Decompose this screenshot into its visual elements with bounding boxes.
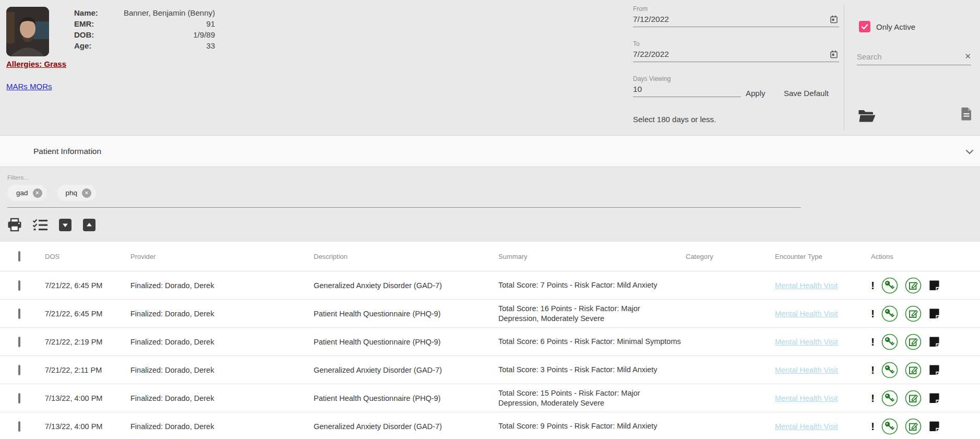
- edit-icon[interactable]: [905, 334, 922, 350]
- filter-chip-gad: gad ✕: [7, 185, 47, 201]
- name-label: Name:: [74, 8, 116, 17]
- chevron-down-icon[interactable]: [965, 147, 974, 157]
- alert-icon[interactable]: !: [871, 393, 875, 404]
- description-cell: Generalized Anxiety Disorder (GAD-7): [314, 281, 498, 290]
- remove-chip-icon[interactable]: ✕: [82, 188, 91, 198]
- summary-cell: Total Score: 7 Points - Risk Factor: Mil…: [498, 280, 686, 290]
- key-icon[interactable]: [881, 277, 898, 294]
- patient-photo: [6, 7, 49, 56]
- filter-chips: gad ✕ phq ✕: [7, 185, 96, 201]
- note-icon[interactable]: [928, 420, 940, 432]
- table-row: 7/13/22, 4:00 PM Finalized: Dorado, Dere…: [0, 384, 980, 412]
- vertical-divider: [844, 4, 844, 130]
- row-checkbox[interactable]: [18, 337, 20, 347]
- summary-cell: Total Score: 15 Points - Risk Factor: Ma…: [498, 388, 686, 408]
- allergies-link[interactable]: Allergies: Grass: [6, 60, 66, 68]
- provider-cell: Finalized: Dorado, Derek: [130, 394, 314, 402]
- dos-cell: 7/21/22, 6:45 PM: [45, 281, 130, 290]
- alert-icon[interactable]: !: [871, 280, 875, 291]
- checklist-icon[interactable]: [32, 218, 48, 232]
- row-checkbox[interactable]: [18, 280, 20, 291]
- edit-icon[interactable]: [905, 362, 922, 378]
- checkmark-icon: [861, 22, 869, 31]
- encounter-type-link[interactable]: Mental Health Visit: [775, 366, 838, 374]
- move-down-icon[interactable]: [58, 218, 72, 232]
- key-icon[interactable]: [881, 418, 898, 435]
- filters-panel: Filters... gad ✕ phq ✕: [0, 167, 980, 242]
- edit-icon[interactable]: [905, 390, 922, 407]
- note-icon[interactable]: [928, 279, 940, 291]
- row-checkbox[interactable]: [18, 421, 20, 432]
- header-dos: DOS: [45, 253, 130, 260]
- filters-label: Filters...: [7, 174, 29, 181]
- key-icon[interactable]: [881, 334, 898, 350]
- header-category: Category: [686, 253, 775, 260]
- mars-mors-link[interactable]: MARs MORs: [6, 82, 52, 91]
- summary-cell: Total Score: 6 Points - Risk Factor: Min…: [498, 337, 686, 347]
- table-toolbar: [7, 218, 96, 232]
- key-icon[interactable]: [881, 390, 898, 407]
- encounter-type-link[interactable]: Mental Health Visit: [775, 394, 838, 402]
- alert-icon[interactable]: !: [871, 364, 875, 375]
- edit-icon[interactable]: [905, 305, 922, 322]
- key-icon[interactable]: [881, 362, 898, 378]
- only-active-checkbox[interactable]: [859, 21, 870, 32]
- dos-cell: 7/21/22, 2:11 PM: [45, 366, 130, 374]
- edit-icon[interactable]: [905, 277, 922, 294]
- row-checkbox[interactable]: [18, 309, 20, 319]
- days-viewing-label: Days Viewing: [633, 75, 741, 82]
- patient-photo-image: [6, 7, 49, 56]
- encounter-type-link[interactable]: Mental Health Visit: [775, 422, 838, 431]
- alert-icon[interactable]: !: [871, 308, 875, 319]
- edit-icon[interactable]: [905, 418, 922, 435]
- only-active-label: Only Active: [876, 22, 915, 31]
- summary-cell: Total Score: 9 Points - Risk Factor: Mil…: [498, 421, 686, 431]
- patient-information-section-header[interactable]: Patient Information: [0, 135, 980, 167]
- alert-icon[interactable]: !: [871, 336, 875, 347]
- apply-button[interactable]: Apply: [746, 89, 766, 98]
- print-icon[interactable]: [7, 218, 22, 232]
- document-icon[interactable]: [961, 106, 972, 123]
- note-icon[interactable]: [928, 307, 940, 319]
- only-active-checkbox-row[interactable]: Only Active: [859, 21, 915, 32]
- to-date-field: To: [633, 40, 839, 62]
- note-icon[interactable]: [928, 364, 940, 376]
- table-row: 7/21/22, 6:45 PM Finalized: Dorado, Dere…: [0, 300, 980, 328]
- row-checkbox[interactable]: [18, 365, 20, 375]
- header-provider: Provider: [130, 253, 314, 260]
- alert-icon[interactable]: !: [871, 421, 875, 432]
- select-all-checkbox[interactable]: [18, 251, 20, 262]
- encounter-type-link[interactable]: Mental Health Visit: [775, 310, 838, 318]
- description-cell: Generalized Anxiety Disorder (GAD-7): [314, 422, 498, 431]
- note-icon[interactable]: [928, 392, 940, 404]
- calendar-icon[interactable]: [830, 15, 838, 23]
- from-label: From: [633, 5, 839, 13]
- days-viewing-field: Days Viewing: [633, 75, 741, 97]
- search-input[interactable]: [857, 50, 971, 65]
- encounter-type-link[interactable]: Mental Health Visit: [775, 338, 838, 346]
- dos-cell: 7/21/22, 2:19 PM: [45, 338, 130, 346]
- table-header-row: DOS Provider Description Summary Categor…: [0, 242, 980, 271]
- search-field: ✕: [857, 50, 971, 65]
- row-checkbox[interactable]: [18, 393, 20, 404]
- save-default-button[interactable]: Save Default: [784, 89, 829, 98]
- section-title: Patient Information: [33, 147, 101, 156]
- move-up-icon[interactable]: [82, 218, 96, 232]
- provider-cell: Finalized: Dorado, Derek: [130, 366, 314, 374]
- chip-label: gad: [16, 189, 28, 197]
- open-folder-icon[interactable]: [858, 108, 876, 124]
- results-table: DOS Provider Description Summary Categor…: [0, 242, 980, 439]
- note-icon[interactable]: [928, 336, 940, 348]
- clear-search-icon[interactable]: ✕: [964, 52, 971, 61]
- emr-patient-screen: Allergies: Grass MARs MORs Name: Banner,…: [0, 0, 980, 439]
- to-date-input[interactable]: [633, 48, 839, 62]
- patient-info-grid: Name: Banner, Benjamin (Benny) EMR: 91 D…: [74, 8, 215, 50]
- from-date-input[interactable]: [633, 13, 839, 27]
- top-header-panel: Allergies: Grass MARs MORs Name: Banner,…: [0, 0, 980, 135]
- key-icon[interactable]: [881, 305, 898, 322]
- remove-chip-icon[interactable]: ✕: [33, 188, 42, 198]
- days-viewing-input[interactable]: [633, 82, 741, 97]
- calendar-icon[interactable]: [830, 50, 838, 58]
- table-row: 7/21/22, 2:11 PM Finalized: Dorado, Dere…: [0, 356, 980, 384]
- encounter-type-link[interactable]: Mental Health Visit: [775, 281, 838, 290]
